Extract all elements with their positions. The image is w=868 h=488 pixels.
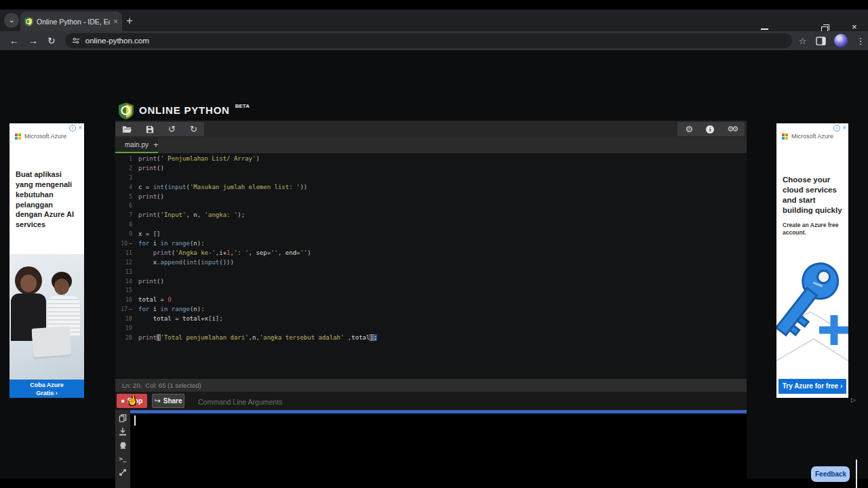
bookmark-star-icon[interactable]: ☆: [799, 36, 807, 46]
ad-right-cta-button[interactable]: Try Azure for free ›: [778, 379, 846, 394]
file-tab-bar: main.py +: [115, 138, 747, 153]
fold-widget-icon[interactable]: –: [129, 241, 132, 247]
stop-square-icon: ■: [121, 399, 125, 404]
code-line[interactable]: [138, 268, 747, 277]
ad-close-icon[interactable]: ×: [842, 125, 846, 131]
expand-output-icon[interactable]: [119, 468, 127, 476]
run-bar: ■ Stop ☝ ↪ Share: [115, 392, 747, 410]
ad-photo[interactable]: [9, 254, 84, 380]
line-number: 12: [115, 258, 136, 268]
code-line[interactable]: x.append(int(input())): [138, 258, 747, 268]
tab-search-button[interactable]: ⌄: [4, 13, 19, 28]
tab-title: Online Python - IDE, Editor, Co: [37, 18, 110, 26]
ad-close-icon[interactable]: ×: [78, 125, 82, 131]
file-tab-mainpy[interactable]: main.py: [115, 138, 158, 153]
chevron-down-icon: ⌄: [8, 16, 14, 24]
code-line[interactable]: print(): [138, 277, 747, 287]
window-minimize-button[interactable]: [761, 28, 768, 30]
url-bar[interactable]: online-python.com: [65, 33, 792, 48]
feedback-button[interactable]: Feedback: [811, 466, 850, 482]
code-line[interactable]: [138, 286, 747, 296]
site-logo[interactable]: ONLINE PYTHON BETA: [119, 102, 250, 119]
file-tab-label: main.py: [125, 141, 149, 148]
code-line[interactable]: print('Input', n, 'angka: ');: [138, 211, 747, 220]
line-number: 19: [115, 324, 136, 333]
browser-tabstrip: ⌄ Online Python - IDE, Editor, Co × + ×: [0, 9, 868, 31]
console-selection-band: [130, 410, 747, 413]
code-line[interactable]: total = total+x[i];: [138, 314, 747, 324]
ide-toolbar: ↺ ↻ ⚙ i ⚙⚙: [115, 121, 747, 138]
code-line[interactable]: print(' Penjumlahan List/ Array'): [138, 155, 747, 164]
browser-menu-icon[interactable]: ⋮: [856, 36, 865, 46]
line-number: 8: [115, 220, 136, 230]
brand-title: ONLINE PYTHON: [139, 102, 230, 119]
terminal-icon[interactable]: >_: [119, 455, 127, 463]
new-tab-button[interactable]: +: [126, 15, 133, 26]
ad-info-icon[interactable]: i: [69, 125, 76, 131]
code-line[interactable]: print('Total penjumlahan dari',n,'angka …: [138, 333, 747, 343]
code-line[interactable]: print(): [138, 192, 747, 202]
services-gears-icon[interactable]: ⚙⚙: [727, 125, 736, 134]
microsoft-azure-logo: Microsoft Azure: [782, 133, 848, 140]
side-panel-icon[interactable]: [816, 37, 826, 45]
back-button[interactable]: ←: [9, 35, 19, 46]
save-icon[interactable]: [146, 125, 154, 134]
ad-info-icon[interactable]: i: [833, 125, 840, 131]
code-line[interactable]: [138, 201, 747, 211]
line-number: 4: [115, 183, 136, 192]
ad-right-headline: Choose your cloud services and start bui…: [783, 175, 843, 216]
profile-avatar[interactable]: [834, 34, 848, 47]
ad-left-cta-line1: Coba Azure: [9, 381, 84, 389]
code-line[interactable]: for i in range(n):: [138, 305, 747, 314]
line-number: 1: [115, 155, 136, 164]
share-arrow-icon: ↪: [155, 396, 161, 405]
ad-left-cta-line2: Gratis ›: [9, 389, 84, 397]
code-line[interactable]: print('Angka ke-',i+1,': ', sep='', end=…: [138, 249, 747, 258]
reload-button[interactable]: ↻: [47, 35, 56, 46]
text-caret: [134, 415, 136, 426]
console-output[interactable]: [130, 410, 747, 488]
code-line[interactable]: print(): [138, 164, 747, 174]
code-line[interactable]: total = 0: [138, 296, 747, 305]
window-close-button[interactable]: ×: [852, 22, 857, 32]
ad-right-azure[interactable]: i × Microsoft Azure Choose your cloud se…: [776, 123, 848, 398]
line-number: 18: [115, 314, 136, 324]
ad-left-cta-button[interactable]: Coba Azure Gratis ›: [9, 380, 84, 398]
command-line-arguments-input[interactable]: [197, 392, 471, 411]
line-number: 2: [115, 164, 136, 174]
info-icon[interactable]: i: [706, 125, 714, 134]
line-number: 9: [115, 230, 136, 239]
ide-panel: ↺ ↻ ⚙ i ⚙⚙ main.py + 12345678910–1112131…: [115, 121, 747, 488]
open-folder-icon[interactable]: [122, 125, 132, 134]
fold-widget-icon[interactable]: –: [129, 306, 132, 312]
download-output-icon[interactable]: [119, 428, 127, 436]
forward-button[interactable]: →: [28, 35, 38, 46]
line-number: 6: [115, 201, 136, 211]
code-line[interactable]: [138, 174, 747, 183]
add-file-button[interactable]: +: [153, 140, 159, 150]
code-editor[interactable]: 12345678910–11121314151617–181920 print(…: [115, 153, 747, 379]
share-button[interactable]: ↪ Share: [152, 394, 184, 408]
azure-key-illustration: [776, 251, 848, 380]
microsoft-logo-icon: [15, 134, 21, 140]
line-number: 17–: [115, 305, 136, 314]
microsoft-azure-label: Microsoft Azure: [791, 133, 833, 140]
code-line[interactable]: x = []: [138, 230, 747, 239]
ad-left-azure[interactable]: i × Microsoft Azure Buat aplikasi yang m…: [9, 123, 84, 398]
settings-gear-icon[interactable]: ⚙: [686, 125, 694, 134]
redo-icon[interactable]: ↻: [190, 125, 197, 134]
clear-output-icon[interactable]: [119, 441, 127, 449]
browser-tab[interactable]: Online Python - IDE, Editor, Co ×: [20, 12, 122, 31]
ad-left-text: Buat aplikasi yang mengenali kebutuhan p…: [16, 169, 79, 230]
code-line[interactable]: [138, 220, 747, 230]
console-panel: >_: [115, 410, 747, 488]
copy-output-icon[interactable]: [119, 414, 127, 422]
editor-code[interactable]: print(' Penjumlahan List/ Array')print()…: [136, 153, 747, 379]
code-line[interactable]: for i in range(n):: [138, 239, 747, 249]
tab-close-icon[interactable]: ×: [113, 18, 118, 26]
code-line[interactable]: [138, 324, 747, 333]
adchoices-icon[interactable]: ▷: [851, 396, 856, 403]
code-line[interactable]: c = int(input('Masukan jumlah elemen lis…: [138, 183, 747, 192]
cursor-position-statusbar: Ln: 20, Col: 65 (1 selected): [115, 379, 747, 392]
undo-icon[interactable]: ↺: [168, 125, 176, 134]
